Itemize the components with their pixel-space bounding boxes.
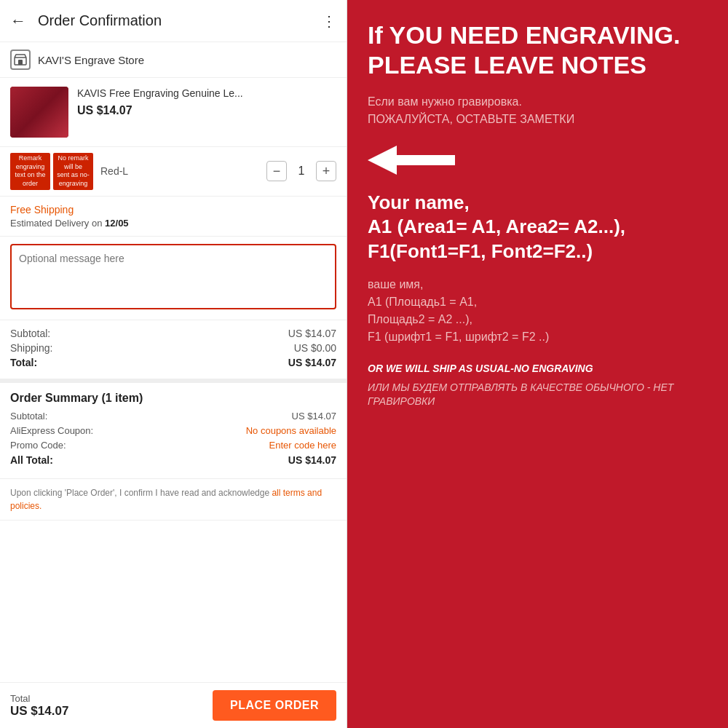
all-total-label: All Total:: [10, 454, 53, 466]
shipping-section: Free Shipping Estimated Delivery on 12/0…: [0, 197, 347, 237]
subtotal-value: US $14.07: [288, 328, 336, 339]
decrease-qty-button[interactable]: −: [266, 161, 287, 181]
order-summary-section: Order Summary (1 item) Subtotal: US $14.…: [0, 383, 347, 479]
header: ← Order Confirmation ⋮: [0, 0, 347, 42]
svg-marker-2: [368, 146, 455, 175]
store-row: KAVI'S Engrave Store: [0, 42, 347, 78]
product-row: KAVIS Free Engraving Genuine Le... US $1…: [0, 78, 347, 147]
totals-section: Subtotal: US $14.07 Shipping: US $0.00 T…: [0, 320, 347, 383]
place-order-button[interactable]: PLACE ORDER: [213, 690, 336, 721]
store-name: KAVI'S Engrave Store: [38, 54, 144, 66]
right-warning-ru: ИЛИ МЫ БУДЕМ ОТПРАВЛЯТЬ В КАЧЕСТВЕ ОБЫЧН…: [368, 381, 708, 409]
right-warning-en: OR WE WILL SHIP AS USUAL-NO ENGRAVING: [368, 362, 708, 376]
variant-label: Red-L: [100, 165, 266, 177]
store-icon: [10, 50, 31, 70]
footer-total-label: Total: [10, 693, 68, 704]
coupon-label: AliExpress Coupon:: [10, 425, 93, 436]
estimated-delivery: Estimated Delivery on 12/05: [10, 218, 336, 229]
total-row: Total: US $14.07: [10, 357, 336, 368]
footer: Total US $14.07 PLACE ORDER: [0, 682, 347, 728]
promo-value[interactable]: Enter code here: [269, 440, 336, 451]
shipping-label: Shipping:: [10, 342, 52, 354]
summary-all-total-row: All Total: US $14.07: [10, 454, 336, 466]
summary-subtotal-label: Subtotal:: [10, 411, 47, 422]
total-label: Total:: [10, 357, 37, 368]
right-heading: If YOU NEED ENGRAVING. PLEASE LEAVE NOTE…: [368, 20, 708, 80]
terms-section: Upon clicking 'Place Order', I confirm I…: [0, 479, 347, 521]
right-subheading: Если вам нужно гравировка. ПОЖАЛУЙСТА, О…: [368, 93, 708, 128]
coupon-value[interactable]: No coupons available: [246, 425, 336, 436]
quantity-control: − 1 +: [266, 161, 336, 181]
summary-coupon-row: AliExpress Coupon: No coupons available: [10, 425, 336, 436]
terms-text: Upon clicking 'Place Order', I confirm I…: [10, 488, 272, 498]
quantity-value: 1: [294, 165, 309, 178]
shipping-value: US $0.00: [294, 342, 336, 354]
badge-remark: Remark engraving text on the order: [10, 153, 50, 190]
subtotal-row: Subtotal: US $14.07: [10, 328, 336, 339]
product-name: KAVIS Free Engraving Genuine Le...: [77, 87, 336, 101]
arrow-row: [368, 146, 708, 175]
summary-subtotal-value: US $14.07: [292, 411, 336, 422]
all-total-value: US $14.07: [288, 454, 336, 466]
summary-subtotal-row: Subtotal: US $14.07: [10, 411, 336, 422]
delivery-date: 12/05: [105, 218, 129, 229]
message-input[interactable]: [10, 244, 336, 309]
footer-total: Total US $14.07: [10, 693, 68, 719]
arrow-icon: [368, 146, 455, 175]
right-instruction-en: Your name, A1 (Area1= A1, Area2= A2...),…: [368, 191, 708, 264]
more-options-button[interactable]: ⋮: [322, 12, 336, 30]
product-image: [10, 87, 68, 138]
summary-title: Order Summary (1 item): [10, 392, 336, 405]
page-title: Order Confirmation: [38, 12, 322, 29]
message-section: [0, 237, 347, 320]
right-instruction-ru: ваше имя, А1 (Площадь1 = А1, Площадь2 = …: [368, 276, 708, 346]
shipping-row: Shipping: US $0.00: [10, 342, 336, 354]
subtotal-label: Subtotal:: [10, 328, 50, 339]
summary-promo-row: Promo Code: Enter code here: [10, 440, 336, 451]
product-info: KAVIS Free Engraving Genuine Le... US $1…: [77, 87, 336, 117]
increase-qty-button[interactable]: +: [316, 161, 336, 181]
variant-row: Remark engraving text on the order No re…: [0, 147, 347, 197]
product-price: US $14.07: [77, 104, 336, 117]
promo-label: Promo Code:: [10, 440, 66, 451]
footer-total-amount: US $14.07: [10, 704, 68, 719]
svg-rect-1: [18, 60, 23, 65]
remark-badges: Remark engraving text on the order No re…: [10, 153, 93, 190]
right-panel: If YOU NEED ENGRAVING. PLEASE LEAVE NOTE…: [347, 0, 728, 728]
left-panel: ← Order Confirmation ⋮ KAVI'S Engrave St…: [0, 0, 347, 728]
total-value: US $14.07: [288, 357, 336, 368]
free-shipping-label: Free Shipping: [10, 204, 336, 215]
back-button[interactable]: ←: [10, 12, 26, 31]
badge-no-remark: No remark will be sent as no-engraving: [53, 153, 93, 190]
